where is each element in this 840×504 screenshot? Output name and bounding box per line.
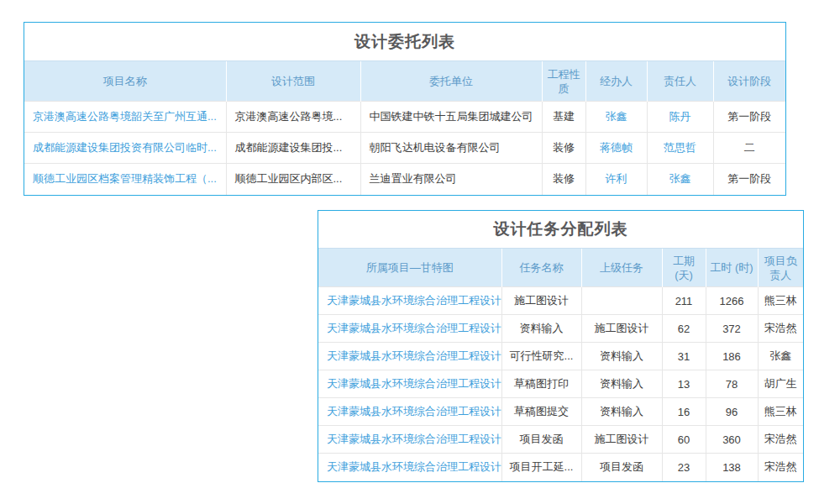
hours-cell: 360 <box>706 426 758 454</box>
task-project-link[interactable]: 天津蒙城县水环境综合治理工程设计项目 <box>318 343 501 370</box>
duration-cell: 60 <box>662 426 706 454</box>
task-name-cell: 项目开工延... <box>501 454 581 481</box>
project-name-link[interactable]: 京港澳高速公路粤境韶关至广州互通... <box>24 102 226 133</box>
hours-cell: 186 <box>706 343 758 370</box>
task-name-cell: 草稿图提交 <box>501 398 581 426</box>
duration-cell: 23 <box>662 454 706 481</box>
owner-link[interactable]: 陈丹 <box>647 102 713 133</box>
hours-cell: 78 <box>706 370 758 398</box>
project-name-link[interactable]: 成都能源建设集团投资有限公司临时... <box>24 133 226 164</box>
manager-cell: 熊三林 <box>758 398 803 426</box>
task-header-row: 所属项目—甘特图 任务名称 上级任务 工期 (天) 工时 (时) 项目负责人 <box>318 249 803 287</box>
col-header-project-manager: 项目负责人 <box>758 249 803 287</box>
design-stage-cell: 二 <box>713 133 785 164</box>
task-project-link[interactable]: 天津蒙城县水环境综合治理工程设计项目 <box>318 398 501 426</box>
project-nature-cell: 基建 <box>542 102 585 133</box>
col-header-task-name: 任务名称 <box>501 249 581 287</box>
client-unit-cell: 朝阳飞达机电设备有限公司 <box>360 133 542 164</box>
page-canvas: 设计委托列表 项目名称 设计范围 委托单位 工程性质 经办人 责任人 设计阶段 <box>0 0 840 504</box>
client-unit-cell: 兰迪置业有限公司 <box>360 164 542 195</box>
parent-task-cell: 资料输入 <box>581 370 662 398</box>
col-header-design-stage: 设计阶段 <box>713 61 785 102</box>
owner-link[interactable]: 范思哲 <box>647 133 713 164</box>
design-stage-cell: 第一阶段 <box>713 164 785 195</box>
design-task-assignment-table-card: 设计任务分配列表 所属项目—甘特图 任务名称 上级任务 工期 (天) 工时 (时… <box>318 210 804 482</box>
task-project-link[interactable]: 天津蒙城县水环境综合治理工程设计项目 <box>318 426 501 454</box>
task-name-cell: 草稿图打印 <box>501 370 581 398</box>
client-unit-cell: 中国铁建中铁十五局集团城建公司 <box>360 102 542 133</box>
col-header-project-name: 项目名称 <box>24 61 226 102</box>
design-commission-table-card: 设计委托列表 项目名称 设计范围 委托单位 工程性质 经办人 责任人 设计阶段 <box>24 22 786 196</box>
col-header-design-scope: 设计范围 <box>226 61 360 102</box>
commission-table-title: 设计委托列表 <box>24 23 785 60</box>
task-table-row: 天津蒙城县水环境综合治理工程设计项目 资料输入 施工图设计 62 372 宋浩然 <box>318 315 803 343</box>
hours-cell: 138 <box>706 454 758 481</box>
task-project-link[interactable]: 天津蒙城县水环境综合治理工程设计项目 <box>318 370 501 398</box>
duration-cell: 13 <box>662 370 706 398</box>
task-project-link[interactable]: 天津蒙城县水环境综合治理工程设计项目 <box>318 315 501 343</box>
manager-cell: 熊三林 <box>758 287 803 315</box>
duration-cell: 16 <box>662 398 706 426</box>
project-nature-cell: 装修 <box>542 164 585 195</box>
col-header-work-hours: 工时 (时) <box>706 249 758 287</box>
commission-table-row: 顺德工业园区档案管理精装饰工程（... 顺德工业园区内部区... 兰迪置业有限公… <box>24 164 785 195</box>
task-name-cell: 资料输入 <box>501 315 581 343</box>
project-nature-cell: 装修 <box>542 133 585 164</box>
task-table-row: 天津蒙城县水环境综合治理工程设计项目 可行性研究... 资料输入 31 186 … <box>318 343 803 370</box>
hours-cell: 1266 <box>706 287 758 315</box>
commission-table-row: 成都能源建设集团投资有限公司临时... 成都能源建设集团投... 朝阳飞达机电设… <box>24 133 785 164</box>
handler-link[interactable]: 许利 <box>585 164 647 195</box>
parent-task-cell <box>581 287 662 315</box>
col-header-duration-days: 工期 (天) <box>662 249 706 287</box>
task-table-row: 天津蒙城县水环境综合治理工程设计项目 项目发函 施工图设计 60 360 宋浩然 <box>318 426 803 454</box>
handler-link[interactable]: 蒋德帧 <box>585 133 647 164</box>
parent-task-cell: 施工图设计 <box>581 426 662 454</box>
commission-table-row: 京港澳高速公路粤境韶关至广州互通... 京港澳高速公路粤境... 中国铁建中铁十… <box>24 102 785 133</box>
design-scope-cell: 京港澳高速公路粤境... <box>226 102 360 133</box>
parent-task-cell: 施工图设计 <box>581 315 662 343</box>
duration-cell: 211 <box>662 287 706 315</box>
design-scope-cell: 成都能源建设集团投... <box>226 133 360 164</box>
manager-cell: 宋浩然 <box>758 426 803 454</box>
task-table-row: 天津蒙城县水环境综合治理工程设计项目 草稿图提交 资料输入 16 96 熊三林 <box>318 398 803 426</box>
parent-task-cell: 资料输入 <box>581 343 662 370</box>
task-name-cell: 可行性研究... <box>501 343 581 370</box>
hours-cell: 372 <box>706 315 758 343</box>
hours-cell: 96 <box>706 398 758 426</box>
task-table-title: 设计任务分配列表 <box>318 211 803 248</box>
task-table-row: 天津蒙城县水环境综合治理工程设计项目 施工图设计 211 1266 熊三林 <box>318 287 803 315</box>
task-table-row: 天津蒙城县水环境综合治理工程设计项目 项目开工延... 项目发函 23 138 … <box>318 454 803 481</box>
commission-header-row: 项目名称 设计范围 委托单位 工程性质 经办人 责任人 设计阶段 <box>24 61 785 102</box>
parent-task-cell: 项目发函 <box>581 454 662 481</box>
col-header-owner: 责任人 <box>647 61 713 102</box>
duration-cell: 62 <box>662 315 706 343</box>
col-header-parent-project-gantt: 所属项目—甘特图 <box>318 249 501 287</box>
project-name-link[interactable]: 顺德工业园区档案管理精装饰工程（... <box>24 164 226 195</box>
manager-cell: 宋浩然 <box>758 454 803 481</box>
design-task-assignment-table: 所属项目—甘特图 任务名称 上级任务 工期 (天) 工时 (时) 项目负责人 天… <box>318 248 803 481</box>
duration-cell: 31 <box>662 343 706 370</box>
design-commission-table: 项目名称 设计范围 委托单位 工程性质 经办人 责任人 设计阶段 京港澳高速公路… <box>24 60 785 195</box>
col-header-project-nature: 工程性质 <box>542 61 585 102</box>
manager-cell: 宋浩然 <box>758 315 803 343</box>
owner-link[interactable]: 张鑫 <box>647 164 713 195</box>
col-header-parent-task: 上级任务 <box>581 249 662 287</box>
col-header-client-unit: 委托单位 <box>360 61 542 102</box>
task-table-row: 天津蒙城县水环境综合治理工程设计项目 草稿图打印 资料输入 13 78 胡广生 <box>318 370 803 398</box>
task-project-link[interactable]: 天津蒙城县水环境综合治理工程设计项目 <box>318 287 501 315</box>
task-project-link[interactable]: 天津蒙城县水环境综合治理工程设计项目 <box>318 454 501 481</box>
parent-task-cell: 资料输入 <box>581 398 662 426</box>
manager-cell: 胡广生 <box>758 370 803 398</box>
col-header-handler: 经办人 <box>585 61 647 102</box>
handler-link[interactable]: 张鑫 <box>585 102 647 133</box>
task-name-cell: 项目发函 <box>501 426 581 454</box>
manager-cell: 张鑫 <box>758 343 803 370</box>
task-name-cell: 施工图设计 <box>501 287 581 315</box>
design-stage-cell: 第一阶段 <box>713 102 785 133</box>
design-scope-cell: 顺德工业园区内部区... <box>226 164 360 195</box>
